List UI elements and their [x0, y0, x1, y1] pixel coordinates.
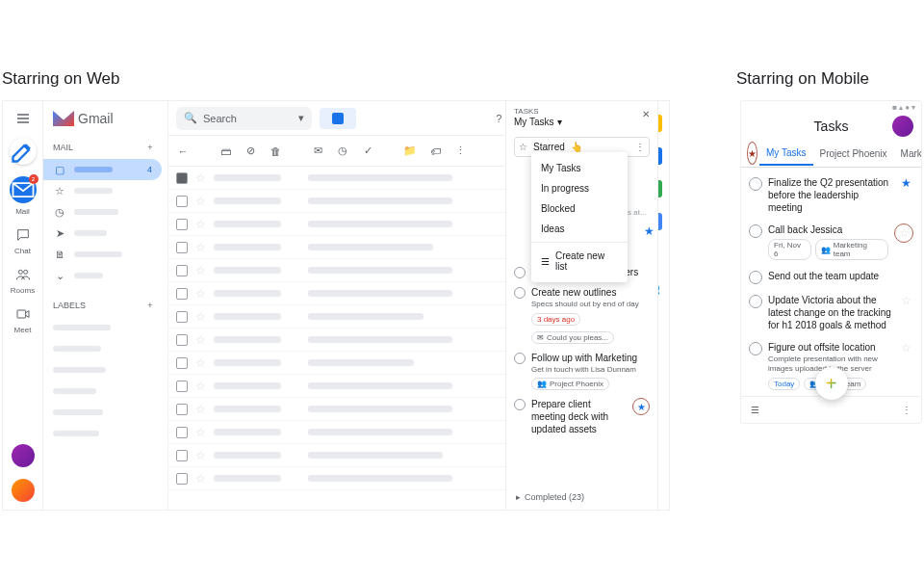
star-toggle[interactable]: ☆ — [195, 264, 206, 277]
star-toggle-highlighted[interactable]: ★ — [632, 398, 650, 415]
task-checkbox[interactable] — [749, 224, 762, 238]
menu-ideas[interactable]: Ideas — [531, 219, 628, 239]
team-chip[interactable]: 👥Marketing team — [815, 239, 888, 260]
rooms-icon[interactable] — [15, 267, 31, 282]
star-toggle[interactable]: ☆ — [195, 426, 206, 439]
star-toggle[interactable]: ☆ — [195, 356, 206, 370]
checkbox[interactable] — [176, 172, 188, 184]
completed-toggle[interactable]: ▸Completed (23) — [516, 492, 584, 502]
delete-icon[interactable]: 🗑 — [267, 143, 284, 160]
labels-icon[interactable]: 🏷 — [426, 143, 444, 160]
addtask-icon[interactable]: ✓ — [359, 143, 376, 160]
list-dropdown[interactable]: My Tasks▾ — [514, 117, 562, 127]
user-avatar-rail[interactable] — [12, 444, 35, 467]
org-avatar[interactable] — [12, 479, 35, 502]
nav-label[interactable] — [43, 381, 167, 402]
add-label-icon[interactable]: + — [142, 298, 158, 313]
nav-inbox[interactable]: ▢4 — [43, 159, 162, 180]
task-checkbox[interactable] — [749, 342, 762, 355]
checkbox[interactable] — [176, 288, 188, 300]
tab-mytasks[interactable]: My Tasks — [759, 142, 813, 166]
checkbox[interactable] — [176, 196, 188, 207]
nav-snoozed[interactable]: ◷ — [43, 201, 167, 223]
task-checkbox[interactable] — [514, 267, 526, 278]
project-chip[interactable]: 👥Project Phoenix — [531, 378, 609, 390]
menu-icon[interactable]: ☰ — [751, 405, 759, 415]
star-toggle[interactable]: ☆ — [898, 294, 913, 331]
archive-icon[interactable]: 🗃 — [217, 143, 234, 160]
nav-starred[interactable]: ☆ — [43, 180, 167, 201]
star-toggle[interactable]: ☆ — [195, 403, 206, 416]
fab-add-task[interactable]: + — [815, 367, 848, 400]
more-icon[interactable]: ⋮ — [451, 143, 469, 160]
star-toggle[interactable]: ☆ — [195, 449, 206, 462]
chevron-down-icon[interactable]: ▾ — [298, 112, 304, 124]
nav-label[interactable] — [43, 317, 167, 338]
nav-drafts[interactable]: 🗎 — [43, 244, 167, 265]
menu-icon[interactable] — [15, 111, 31, 126]
docs-chip[interactable] — [320, 108, 356, 129]
star-toggle[interactable]: ☆ — [195, 310, 206, 324]
menu-mytasks[interactable]: My Tasks — [531, 158, 628, 178]
kebab-icon[interactable]: ⋮ — [635, 142, 645, 152]
starred-tab[interactable]: ★ — [747, 142, 757, 165]
back-icon[interactable]: ← — [174, 143, 192, 160]
nav-label[interactable] — [43, 423, 167, 444]
markread-icon[interactable]: ✉ — [309, 143, 326, 160]
star-toggle[interactable]: ☆ — [898, 341, 913, 390]
compose-button[interactable] — [10, 138, 37, 165]
mobile-task[interactable]: Call back Jessica Fri, Nov 6 👥Marketing … — [741, 219, 921, 265]
close-icon[interactable]: ✕ — [642, 109, 650, 119]
checkbox[interactable] — [176, 404, 188, 415]
star-toggle[interactable]: ☆ — [195, 380, 206, 393]
star-toggle[interactable]: ☆ — [195, 287, 206, 301]
search-input[interactable]: 🔍Search▾ — [176, 107, 312, 130]
moveto-icon[interactable]: 📁 — [401, 143, 419, 160]
checkbox[interactable] — [176, 357, 188, 369]
checkbox[interactable] — [176, 219, 188, 230]
task-item[interactable]: Follow up with Marketing Get in touch wi… — [514, 352, 650, 390]
task-checkbox[interactable] — [514, 287, 526, 299]
menu-createnew[interactable]: ☰Create new list — [531, 246, 628, 276]
mobile-avatar[interactable] — [892, 116, 913, 137]
task-checkbox[interactable] — [749, 295, 762, 308]
add-mail-icon[interactable]: + — [142, 140, 158, 155]
star-toggle[interactable]: ☆ — [195, 241, 206, 254]
kebab-icon[interactable]: ⋮ — [902, 405, 911, 415]
checkbox[interactable] — [176, 311, 188, 323]
checkbox[interactable] — [176, 334, 188, 346]
nav-label[interactable] — [43, 402, 167, 423]
mobile-task-list[interactable]: Finalize the Q2 presentation before the … — [741, 168, 921, 396]
task-checkbox[interactable] — [749, 271, 762, 284]
star-toggle[interactable]: ☆ — [195, 195, 206, 208]
nav-more[interactable]: ⌄ — [43, 265, 167, 286]
star-filled-icon[interactable]: ★ — [644, 224, 654, 238]
tab-phoenix[interactable]: Project Phoenix — [813, 143, 894, 165]
email-chip[interactable]: ✉Could you pleas... — [531, 331, 614, 344]
checkbox[interactable] — [176, 242, 188, 253]
snooze-icon[interactable]: ◷ — [334, 143, 351, 160]
star-toggle[interactable]: ★ — [898, 176, 913, 214]
menu-blocked[interactable]: Blocked — [531, 198, 628, 219]
menu-inprogress[interactable]: In progress — [531, 178, 628, 198]
task-checkbox[interactable] — [514, 353, 526, 364]
star-toggle[interactable]: ☆ — [195, 218, 206, 231]
star-toggle-highlighted[interactable]: ☆ — [894, 223, 913, 243]
help-icon[interactable]: ? — [491, 111, 506, 126]
task-checkbox[interactable] — [514, 399, 526, 410]
checkbox[interactable] — [176, 381, 188, 392]
mobile-task[interactable]: Finalize the Q2 presentation before the … — [741, 171, 921, 219]
task-item[interactable]: Create new outlines Specs should out by … — [514, 286, 650, 343]
task-checkbox[interactable] — [749, 177, 762, 191]
chat-icon[interactable] — [15, 227, 31, 243]
checkbox[interactable] — [176, 450, 188, 461]
spam-icon[interactable]: ⊘ — [242, 143, 259, 160]
checkbox[interactable] — [176, 427, 188, 438]
star-toggle[interactable]: ☆ — [195, 333, 206, 347]
nav-label[interactable] — [43, 359, 167, 381]
mobile-task[interactable]: Send out the team update — [741, 265, 921, 289]
mail-app-button[interactable]: 2 — [10, 176, 37, 203]
tab-marketing[interactable]: Marketi — [894, 143, 922, 165]
nav-sent[interactable]: ➤ — [43, 223, 167, 244]
checkbox[interactable] — [176, 473, 188, 485]
